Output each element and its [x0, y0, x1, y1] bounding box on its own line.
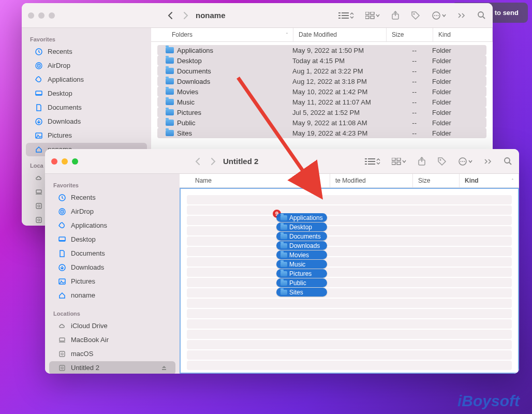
folder-icon	[166, 130, 174, 136]
chevrons-icon[interactable]	[457, 12, 466, 19]
sidebar-item-label: Downloads	[71, 263, 104, 272]
sidebar-item-icloud-drive[interactable]: iCloud Drive	[49, 319, 175, 333]
table-row[interactable]: PublicMay 9, 2022 at 11:08 AM--Folder	[157, 117, 486, 128]
close-button[interactable]	[51, 158, 57, 165]
file-date: May 9, 2022 at 11:08 AM	[287, 119, 380, 127]
forward-button[interactable]	[183, 11, 188, 20]
sidebar-item-applications[interactable]: Applications	[26, 73, 147, 86]
sidebar-item-downloads[interactable]: Downloads	[26, 115, 147, 128]
column-date[interactable]: te Modified	[330, 174, 413, 187]
minimize-button[interactable]	[38, 12, 45, 19]
search-icon[interactable]	[504, 157, 513, 166]
empty-row	[187, 299, 512, 308]
sidebar-item-recents[interactable]: Recents	[49, 191, 175, 204]
share-icon[interactable]	[418, 157, 426, 166]
table-row[interactable]: SitesMay 19, 2022 at 4:23 PM--Folder	[157, 128, 486, 138]
laptop-icon	[57, 336, 67, 344]
picture-icon	[57, 277, 67, 286]
column-headers[interactable]: Foldersˆ Date Modified Size Kind	[151, 28, 493, 42]
file-date: Aug 1, 2022 at 3:22 PM	[287, 67, 380, 75]
file-date: May 10, 2022 at 1:42 PM	[287, 88, 380, 96]
column-size[interactable]: Size	[413, 174, 460, 187]
action-icon[interactable]	[458, 157, 472, 166]
file-list-pane[interactable]: Name te Modified Size Kindˆ	[180, 174, 519, 374]
svg-rect-35	[365, 164, 367, 165]
sidebar-item-label: Untitled 2	[71, 363, 99, 373]
view-list-icon[interactable]	[365, 158, 380, 165]
maximize-button[interactable]	[72, 158, 78, 165]
disk-icon	[34, 216, 43, 224]
close-button[interactable]	[28, 12, 34, 19]
svg-rect-26	[36, 190, 41, 193]
file-date: May 19, 2022 at 4:23 PM	[287, 129, 380, 137]
tag-icon[interactable]	[437, 157, 447, 166]
sidebar-item-recents[interactable]: Recents	[26, 45, 147, 58]
file-kind: Folder	[427, 67, 486, 75]
sidebar-item-desktop[interactable]: Desktop	[49, 233, 175, 246]
column-name[interactable]: Name	[180, 174, 330, 187]
table-row[interactable]: MusicMay 11, 2022 at 11:07 AM--Folder	[157, 97, 486, 107]
forward-button[interactable]	[210, 157, 216, 166]
svg-rect-4	[338, 18, 341, 19]
share-icon[interactable]	[391, 11, 400, 20]
sidebar-item-applications[interactable]: Applications	[49, 219, 175, 232]
sidebar-item-macos[interactable]: macOS	[49, 347, 175, 361]
sidebar-item-airdrop[interactable]: AirDrop	[49, 205, 175, 218]
sidebar: Favorites RecentsAirDropApplicationsDesk…	[45, 174, 180, 374]
column-headers[interactable]: Name te Modified Size Kindˆ	[180, 174, 519, 188]
eject-icon[interactable]	[161, 365, 167, 371]
column-date[interactable]: Date Modified	[293, 28, 387, 41]
table-row[interactable]: ApplicationsMay 9, 2022 at 1:50 PM--Fold…	[157, 45, 486, 55]
titlebar[interactable]: noname	[22, 3, 493, 28]
empty-row	[187, 216, 512, 225]
home-icon	[34, 145, 43, 154]
file-date: Jul 5, 2022 at 1:52 PM	[287, 109, 380, 116]
group-icon[interactable]	[365, 12, 380, 19]
table-row[interactable]: PicturesJul 5, 2022 at 1:52 PM--Folder	[157, 107, 486, 117]
table-row[interactable]: MoviesMay 10, 2022 at 1:42 PM--Folder	[157, 86, 486, 97]
back-button[interactable]	[195, 157, 201, 166]
group-icon[interactable]	[392, 158, 406, 165]
sidebar-item-label: AirDrop	[48, 61, 70, 70]
sidebar-item-untitled-2[interactable]: Untitled 2	[49, 361, 175, 374]
table-row[interactable]: DownloadsAug 12, 2022 at 3:18 PM--Folder	[157, 76, 486, 86]
sidebar-item-downloads[interactable]: Downloads	[49, 261, 175, 274]
titlebar[interactable]: Untitled 2	[45, 149, 519, 174]
sidebar-item-desktop[interactable]: Desktop	[26, 87, 147, 100]
table-row[interactable]: DocumentsAug 1, 2022 at 3:22 PM--Folder	[157, 66, 486, 76]
svg-point-15	[438, 15, 439, 16]
action-icon[interactable]	[432, 11, 446, 20]
file-size: --	[380, 57, 427, 65]
column-kind[interactable]: Kind	[433, 28, 493, 41]
sidebar-item-documents[interactable]: Documents	[26, 101, 147, 114]
sidebar-item-documents[interactable]: Documents	[49, 247, 175, 260]
desktop-icon	[57, 235, 67, 244]
back-button[interactable]	[168, 11, 173, 20]
sidebar-item-airdrop[interactable]: AirDrop	[26, 59, 147, 72]
file-name: Pictures	[177, 109, 201, 116]
window-title: noname	[196, 11, 226, 20]
svg-rect-37	[392, 158, 395, 160]
column-kind[interactable]: Kindˆ	[460, 174, 519, 187]
column-name[interactable]: Foldersˆ	[151, 28, 293, 41]
minimize-button[interactable]	[62, 158, 68, 165]
sidebar-item-noname[interactable]: noname	[49, 289, 175, 302]
sidebar-item-pictures[interactable]: Pictures	[26, 129, 147, 142]
view-list-icon[interactable]	[338, 12, 354, 19]
empty-row	[187, 340, 512, 349]
tag-icon[interactable]	[411, 11, 420, 20]
file-date: Today at 4:15 PM	[287, 57, 380, 65]
doc-icon	[34, 103, 43, 112]
sidebar-item-pictures[interactable]: Pictures	[49, 275, 175, 288]
column-size[interactable]: Size	[387, 28, 433, 41]
search-icon[interactable]	[477, 11, 486, 20]
folder-icon	[166, 68, 174, 74]
sidebar-item-macbook-air[interactable]: MacBook Air	[49, 333, 175, 347]
maximize-button[interactable]	[49, 12, 55, 19]
table-row[interactable]: DesktopToday at 4:15 PM--Folder	[157, 55, 486, 66]
svg-rect-33	[365, 161, 367, 162]
file-name: Sites	[177, 129, 192, 137]
svg-rect-3	[342, 15, 349, 16]
airdrop-icon	[34, 62, 43, 70]
chevrons-icon[interactable]	[484, 158, 492, 165]
